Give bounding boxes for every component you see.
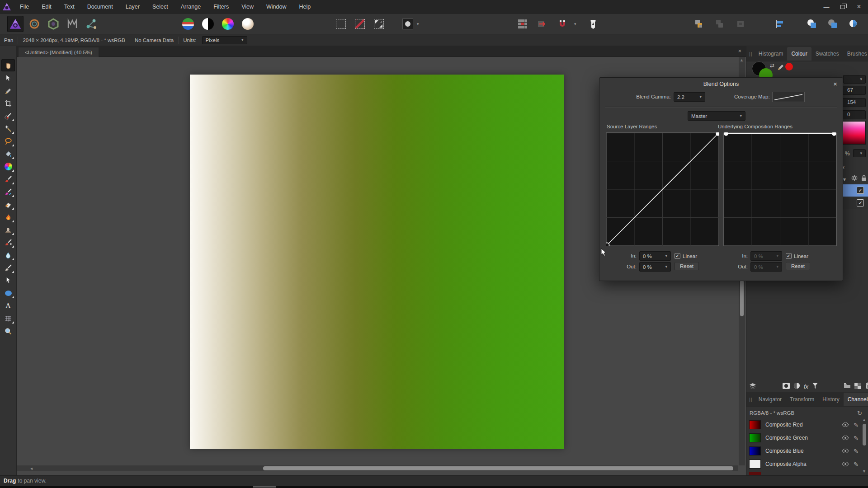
underlying-reset-button[interactable]: Reset <box>786 262 810 270</box>
group-folder-icon[interactable] <box>844 383 851 390</box>
document-canvas[interactable] <box>190 75 564 449</box>
menu-text[interactable]: Text <box>58 0 81 14</box>
menu-help[interactable]: Help <box>293 0 317 14</box>
scroll-up-icon[interactable]: ▲ <box>862 418 866 422</box>
insert-behind-icon[interactable] <box>691 16 707 32</box>
restore-icon[interactable] <box>836 2 849 12</box>
edit-pencil-icon[interactable]: ✎ <box>854 461 859 468</box>
panel-grip-icon[interactable]: || <box>746 397 755 402</box>
blend-ranges-icon[interactable] <box>854 383 861 390</box>
deselect-icon[interactable] <box>352 16 368 32</box>
panel-grip-icon[interactable]: || <box>746 51 755 56</box>
channels-scroll-thumb[interactable] <box>863 424 866 446</box>
layer-visibility-checkbox[interactable]: ✓ <box>857 187 864 194</box>
horizontal-scroll-thumb[interactable] <box>263 466 733 470</box>
channel-selector-dropdown[interactable]: Master▾ <box>688 111 745 121</box>
ellipse-tool[interactable] <box>1 287 15 299</box>
geometry-divide-icon[interactable] <box>845 16 862 32</box>
coverage-map-preview[interactable] <box>772 92 805 102</box>
tab-brushes[interactable]: Brushes <box>843 47 868 61</box>
document-tab[interactable]: <Untitled> [Modified] (40.5%) <box>18 47 99 57</box>
layers-stack-icon[interactable] <box>749 383 756 390</box>
menu-layer[interactable]: Layer <box>119 0 146 14</box>
zoom-tool[interactable] <box>1 325 15 337</box>
auto-colour-icon[interactable] <box>220 16 236 32</box>
select-all-marquee-icon[interactable] <box>333 16 349 32</box>
source-out-dropdown[interactable]: 0 %▾ <box>639 262 671 272</box>
colour-model-dropdown[interactable]: ▾ <box>843 75 866 84</box>
invert-selection-icon[interactable] <box>371 16 387 32</box>
layer-settings-gear-icon[interactable] <box>851 175 858 183</box>
colour-replacement-brush-tool[interactable] <box>1 186 15 198</box>
scroll-up-icon[interactable]: ▲ <box>740 58 744 62</box>
channel-row[interactable]: Composite Alpha ✎ <box>746 458 862 470</box>
scroll-left-icon[interactable]: ◂ <box>30 465 33 471</box>
flood-fill-tool[interactable] <box>1 148 15 160</box>
erase-brush-tool[interactable] <box>1 198 15 211</box>
tone-mapping-persona-icon[interactable] <box>64 16 80 32</box>
mask-layer-icon[interactable] <box>783 383 790 390</box>
smudge-brush-tool[interactable] <box>1 262 15 274</box>
edit-pencil-icon[interactable]: ✎ <box>854 422 859 428</box>
move-by-whole-pixels-icon[interactable] <box>534 16 551 32</box>
eye-icon[interactable] <box>842 449 849 453</box>
units-dropdown[interactable]: Pixels▾ <box>202 36 247 44</box>
move-tool[interactable] <box>1 72 15 84</box>
colour-picker-icon[interactable] <box>777 63 784 72</box>
menu-view[interactable]: View <box>235 0 260 14</box>
delete-layer-trash-icon[interactable] <box>865 382 868 390</box>
freehand-selection-tool[interactable] <box>1 135 15 147</box>
clone-stamp-tool[interactable] <box>1 224 15 236</box>
channel-row[interactable]: Composite Red ✎ <box>746 418 862 431</box>
dialog-close-icon[interactable]: × <box>833 80 837 88</box>
tab-swatches[interactable]: Swatches <box>811 47 843 61</box>
burn-brush-tool[interactable] <box>1 211 15 223</box>
paint-brush-tool[interactable] <box>1 173 15 185</box>
snapping-caret-icon[interactable]: ▾ <box>574 22 576 26</box>
auto-white-balance-icon[interactable] <box>240 16 256 32</box>
green-value-field[interactable]: 154 <box>842 98 866 107</box>
live-fx-icon[interactable]: fx <box>804 383 808 390</box>
gradient-tool[interactable] <box>1 160 15 173</box>
vertical-scroll-thumb[interactable] <box>740 280 744 316</box>
menu-file[interactable]: File <box>14 0 35 14</box>
eye-icon[interactable] <box>842 436 849 440</box>
edit-pencil-icon[interactable]: ✎ <box>854 435 859 441</box>
text-tool[interactable]: A <box>1 300 15 312</box>
red-value-field[interactable]: 67 <box>842 86 866 95</box>
quick-mask-icon[interactable] <box>400 16 416 32</box>
picked-colour-dot[interactable] <box>785 63 793 70</box>
minimize-icon[interactable]: — <box>820 2 833 12</box>
mesh-warp-tool[interactable] <box>1 312 15 324</box>
insert-inside-icon[interactable] <box>732 16 749 32</box>
node-tool[interactable] <box>1 274 15 286</box>
tab-histogram[interactable]: Histogram <box>755 47 788 61</box>
menu-arrange[interactable]: Arrange <box>175 0 207 14</box>
flood-select-tool[interactable] <box>1 122 15 135</box>
source-linear-checkbox[interactable]: ✓ <box>675 253 680 259</box>
close-icon[interactable]: × <box>853 2 865 12</box>
tab-transform[interactable]: Transform <box>786 393 818 406</box>
snapping-magnet-icon[interactable] <box>554 16 571 32</box>
edit-pencil-icon[interactable]: ✎ <box>854 448 859 455</box>
auto-contrast-icon[interactable] <box>200 16 216 32</box>
underlying-linear-checkbox[interactable]: ✓ <box>786 253 792 259</box>
source-reset-button[interactable]: Reset <box>675 262 699 270</box>
horizontal-scrollbar[interactable]: ◂ <box>17 465 738 471</box>
insert-at-top-icon[interactable] <box>712 16 728 32</box>
channel-row[interactable]: Composite Green ✎ <box>746 432 862 444</box>
liquify-persona-icon[interactable] <box>26 16 42 32</box>
quick-mask-caret-icon[interactable]: ▾ <box>417 22 419 26</box>
lock-icon[interactable] <box>861 175 867 183</box>
auto-levels-icon[interactable] <box>180 16 196 32</box>
blend-gamma-dropdown[interactable]: 2.2▾ <box>674 92 705 102</box>
geometry-subtract-icon[interactable] <box>825 16 841 32</box>
tab-navigator[interactable]: Navigator <box>755 393 786 406</box>
scroll-down-icon[interactable]: ▼ <box>862 469 866 474</box>
tab-history[interactable]: History <box>818 393 843 406</box>
eye-icon[interactable] <box>842 462 849 466</box>
blur-brush-tool[interactable] <box>1 249 15 261</box>
tab-close-icon[interactable]: × <box>738 47 741 54</box>
colour-picker-tool[interactable] <box>1 84 15 97</box>
source-curve-grid[interactable] <box>606 132 719 248</box>
